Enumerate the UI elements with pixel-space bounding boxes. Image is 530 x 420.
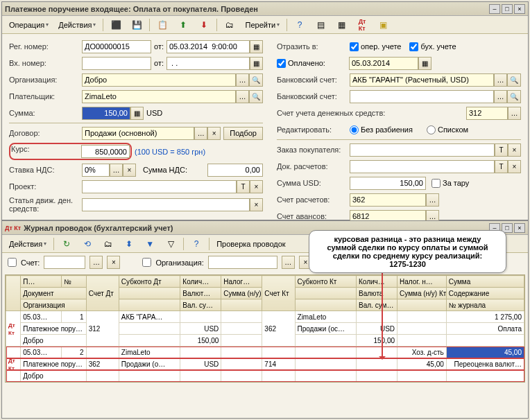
from-date-input[interactable]	[166, 40, 250, 53]
clear-icon[interactable]: ×	[207, 127, 221, 140]
table-cell[interactable]	[221, 347, 262, 358]
org-filter-checkbox[interactable]	[142, 258, 151, 267]
table-cell[interactable]	[221, 370, 262, 382]
table-header[interactable]	[119, 288, 180, 299]
table-cell[interactable]: 150,00	[180, 335, 221, 347]
table-header[interactable]	[295, 299, 357, 311]
table-header[interactable]: Валют…	[180, 288, 221, 299]
select-button[interactable]: …	[236, 73, 249, 87]
table-cell[interactable]: 714	[262, 347, 295, 382]
table-row[interactable]: ДтКт05.03…2362ZimaLeto714Хоз. д-сть45,00	[6, 347, 524, 358]
type-button[interactable]: T	[495, 160, 508, 173]
table-cell[interactable]	[180, 347, 221, 358]
table-cell[interactable]	[221, 311, 262, 323]
misc-icon[interactable]: ▣	[373, 18, 393, 32]
table-header[interactable]: № журнала	[446, 299, 524, 311]
table-header[interactable]: №	[62, 276, 86, 288]
edit-nosplit-radio[interactable]	[350, 125, 359, 134]
table-cell[interactable]: 45,00	[446, 347, 524, 358]
table-cell[interactable]	[295, 335, 357, 347]
close-button[interactable]: ×	[514, 223, 525, 233]
minimize-button[interactable]: –	[489, 4, 500, 14]
table-cell[interactable]: 2	[62, 347, 86, 358]
edit-list-radio[interactable]	[427, 125, 436, 134]
table-cell[interactable]: 150,00	[357, 335, 398, 347]
sum-usd-input[interactable]	[350, 177, 426, 190]
clear-icon[interactable]: ×	[123, 164, 136, 177]
inno-input[interactable]	[82, 57, 151, 70]
table-header[interactable]: Колич…	[180, 276, 221, 288]
regno-input[interactable]	[82, 40, 151, 53]
table-header[interactable]: Субконто Кт	[295, 276, 357, 288]
doc-calc-input[interactable]	[350, 160, 495, 173]
table-cell[interactable]	[446, 370, 524, 382]
select-button[interactable]: …	[494, 73, 507, 87]
table-cell[interactable]: Платежное пору…	[21, 323, 86, 335]
org-input[interactable]	[82, 73, 236, 87]
table-header[interactable]	[221, 299, 262, 311]
table-header[interactable]: Организация	[21, 299, 86, 311]
disable-icon[interactable]: ⬍	[119, 237, 139, 251]
table-header[interactable]: Документ	[21, 288, 86, 299]
table-cell[interactable]: Добро	[21, 370, 86, 382]
vat-input[interactable]	[82, 164, 110, 177]
table-cell[interactable]	[221, 358, 262, 370]
table-header[interactable]: Вал. сум…	[357, 299, 398, 311]
table-cell[interactable]: 05.03…	[21, 311, 62, 323]
table-cell[interactable]: USD	[180, 323, 221, 335]
table-cell[interactable]: 1	[62, 311, 86, 323]
oper-uchet-checkbox[interactable]	[350, 42, 359, 51]
vat-sum-input[interactable]	[207, 164, 263, 177]
paid-date-input[interactable]	[349, 57, 418, 70]
table-header[interactable]: Субконто Дт	[119, 276, 180, 288]
table-cell[interactable]: Продажи (о…	[119, 358, 180, 370]
table-cell[interactable]	[357, 347, 398, 358]
select-button[interactable]: …	[426, 193, 439, 207]
table-cell[interactable]: USD	[180, 358, 221, 370]
table-cell[interactable]: 05.03…	[21, 347, 62, 358]
table-cell[interactable]	[180, 370, 221, 382]
type-button[interactable]: T	[495, 143, 508, 157]
copy-icon[interactable]: 📋	[153, 18, 172, 32]
contract-input[interactable]	[82, 127, 194, 140]
table-cell[interactable]	[221, 323, 262, 335]
type-button[interactable]: T	[237, 180, 250, 193]
select-button[interactable]: …	[194, 127, 207, 140]
table-cell[interactable]	[180, 311, 221, 323]
filter-icon[interactable]: ▼	[140, 237, 160, 251]
record-toggle-icon[interactable]: ⬆	[173, 18, 193, 32]
table-header[interactable]	[398, 299, 447, 311]
table-header[interactable]: Налог…	[221, 276, 262, 288]
table-cell[interactable]: Оплата	[446, 323, 524, 335]
table-cell[interactable]: Платежное пору…	[21, 358, 86, 370]
search-icon[interactable]: 🔍	[249, 73, 263, 87]
cash-acc-input[interactable]	[466, 107, 508, 120]
select-button[interactable]: …	[508, 107, 521, 120]
table-row[interactable]: ДтКт05.03…1312АКБ "ГАРА…362ZimaLeto1 275…	[6, 311, 524, 323]
in-date-input[interactable]	[166, 57, 250, 70]
select-button[interactable]: …	[89, 256, 103, 269]
table-cell[interactable]	[119, 335, 180, 347]
search-icon[interactable]: 🔍	[249, 90, 263, 103]
table-cell[interactable]: 45,00	[398, 358, 447, 370]
goto-menu[interactable]: Перейти▾	[241, 19, 284, 30]
actions-menu[interactable]: Действия▾	[54, 19, 100, 30]
select-button[interactable]: …	[110, 164, 123, 177]
register-icon[interactable]: ▦	[332, 18, 351, 32]
rate-input[interactable]	[81, 145, 130, 158]
table-cell[interactable]	[295, 370, 357, 382]
table-header[interactable]: Колич…	[357, 276, 398, 288]
help-icon[interactable]: ?	[290, 18, 309, 32]
clear-icon[interactable]: ×	[107, 256, 120, 269]
org-filter-input[interactable]	[208, 256, 277, 269]
help-icon[interactable]: ?	[187, 237, 206, 251]
table-cell[interactable]: Продажи (ос…	[295, 323, 357, 335]
table-cell[interactable]: 312	[86, 311, 119, 347]
clear-icon[interactable]: ×	[508, 160, 521, 173]
table-header[interactable]	[295, 288, 357, 299]
date-picker-icon[interactable]: ▦	[250, 40, 263, 53]
table-cell[interactable]: Переоценка валют…	[446, 358, 524, 370]
table-header[interactable]: П…	[21, 276, 62, 288]
clear-icon[interactable]: ×	[508, 143, 521, 157]
clear-icon[interactable]: ×	[250, 180, 263, 193]
